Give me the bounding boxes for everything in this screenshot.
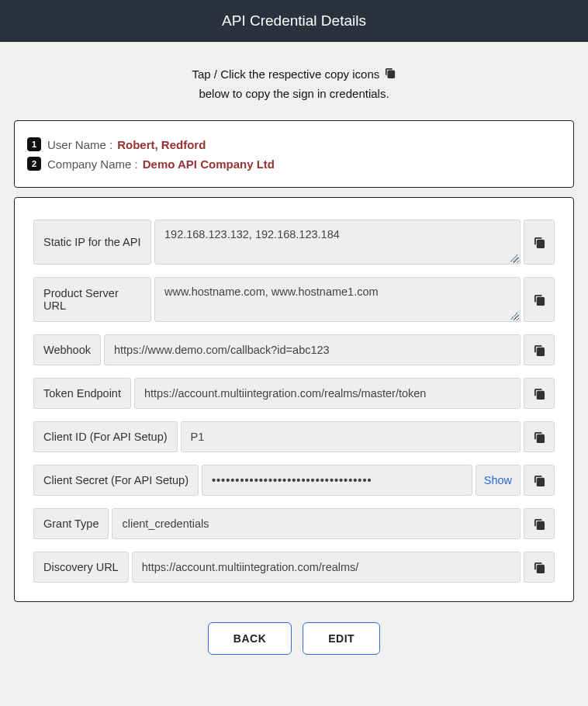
badge-1: 1 [27, 137, 41, 151]
client-id-label: Client ID (For API Setup) [33, 421, 178, 452]
product-server-value[interactable]: www.hostname.com, www.hostname1.com [154, 277, 521, 322]
copy-icon [534, 475, 545, 486]
copy-icon [534, 431, 545, 443]
copy-client-id-button[interactable] [524, 421, 555, 452]
page-header: API Credential Details [0, 0, 588, 42]
page-title: API Credential Details [222, 12, 366, 29]
product-server-label: Product Server URL [33, 277, 151, 322]
copy-icon [534, 562, 545, 573]
button-row: BACK EDIT [0, 622, 588, 655]
webhook-value[interactable]: https://www.demo.com/callback?id=abc123 [104, 334, 521, 365]
user-name-row: 1 User Name : Robert, Redford [27, 137, 561, 151]
copy-client-secret-button[interactable] [524, 465, 555, 496]
token-endpoint-value[interactable]: https://account.multiintegration.com/rea… [134, 378, 521, 409]
copy-icon [534, 237, 545, 248]
token-endpoint-row: Token Endpoint https://account.multiinte… [33, 378, 555, 409]
client-id-value[interactable]: P1 [181, 421, 521, 452]
copy-icon [534, 344, 545, 356]
webhook-label: Webhook [33, 334, 101, 365]
copy-icon [534, 518, 545, 530]
grant-type-label: Grant Type [33, 508, 109, 539]
instructions: Tap / Click the respective copy icons be… [0, 65, 588, 103]
discovery-url-label: Discovery URL [33, 552, 129, 583]
client-id-row: Client ID (For API Setup) P1 [33, 421, 555, 452]
discovery-url-value[interactable]: https://account.multiintegration.com/rea… [132, 552, 521, 583]
grant-type-value[interactable]: client_credentials [112, 508, 521, 539]
company-name-row: 2 Company Name : Demo API Company Ltd [27, 157, 561, 171]
product-server-row: Product Server URL www.hostname.com, www… [33, 277, 555, 322]
static-ip-value[interactable]: 192.168.123.132, 192.168.123.184 [154, 220, 521, 265]
show-secret-button[interactable]: Show [476, 465, 521, 496]
copy-icon [534, 388, 545, 400]
instructions-line2: below to copy the sign in credentials. [199, 87, 389, 100]
credentials-panel: Static IP for the API 192.168.123.132, 1… [14, 197, 574, 602]
client-secret-label: Client Secret (For API Setup) [33, 465, 199, 496]
user-name-value: Robert, Redford [117, 138, 206, 151]
badge-2: 2 [27, 157, 41, 171]
copy-product-server-button[interactable] [524, 277, 555, 322]
back-button[interactable]: BACK [208, 622, 292, 655]
copy-icon [534, 294, 545, 306]
webhook-row: Webhook https://www.demo.com/callback?id… [33, 334, 555, 365]
company-name-label: Company Name : [47, 157, 138, 171]
token-endpoint-label: Token Endpoint [33, 378, 131, 409]
copy-grant-type-button[interactable] [524, 508, 555, 539]
discovery-url-row: Discovery URL https://account.multiinteg… [33, 552, 555, 583]
company-name-value: Demo API Company Ltd [143, 157, 275, 171]
copy-webhook-button[interactable] [524, 334, 555, 365]
edit-button[interactable]: EDIT [303, 622, 380, 655]
copy-discovery-url-button[interactable] [524, 552, 555, 583]
static-ip-row: Static IP for the API 192.168.123.132, 1… [33, 220, 555, 265]
copy-static-ip-button[interactable] [524, 220, 555, 265]
grant-type-row: Grant Type client_credentials [33, 508, 555, 539]
user-info-panel: 1 User Name : Robert, Redford 2 Company … [14, 120, 574, 188]
instructions-line1: Tap / Click the respective copy icons [192, 67, 380, 81]
copy-icon [385, 65, 396, 84]
user-name-label: User Name : [47, 138, 112, 151]
copy-token-endpoint-button[interactable] [524, 378, 555, 409]
client-secret-value[interactable]: •••••••••••••••••••••••••••••••••• [202, 465, 472, 496]
static-ip-label: Static IP for the API [33, 220, 151, 265]
client-secret-row: Client Secret (For API Setup) ••••••••••… [33, 465, 555, 496]
